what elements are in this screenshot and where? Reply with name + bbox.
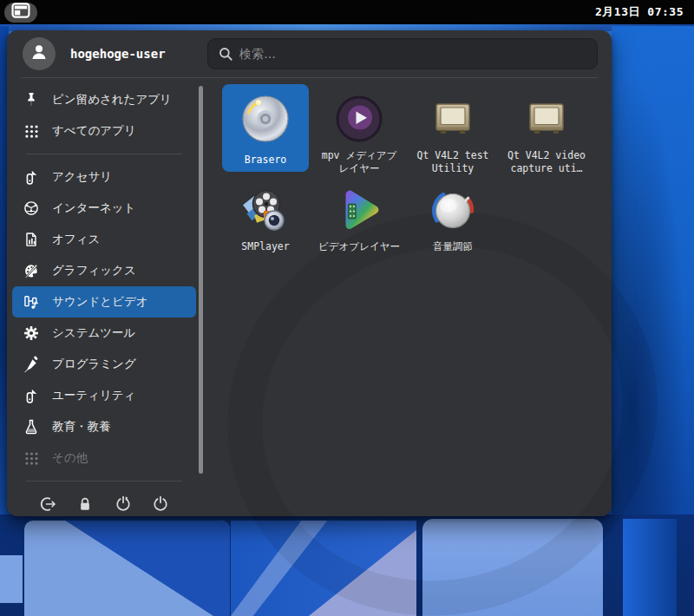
category-sidebar: ピン留めされたアプリ すべてのアプリ [7,84,200,528]
sidebar-item-label: プログラミング [52,357,136,372]
app-label: Brasero [223,154,308,167]
restart-icon [114,495,133,517]
sidebar-item-office[interactable]: オフィス [12,224,196,255]
sidebar-item-all-apps[interactable]: すべてのアプリ [12,115,196,147]
app-label: 音量調節 [410,240,495,253]
app-grid: Brasero mpv メディアプレイヤー [222,84,606,263]
logout-icon [38,495,57,517]
search-input[interactable] [207,38,598,69]
mpv-player-icon [331,91,387,147]
app-tile-brasero[interactable]: Brasero [222,84,309,172]
sidebar-item-label: ユーティリティ [52,388,135,403]
brasero-disc-icon [238,91,293,147]
app-tile-volume-control[interactable]: 音量調節 [409,175,496,263]
wallpaper-block [0,555,23,603]
smplayer-reel-icon [238,182,293,238]
app-grid-area: Brasero mpv メディアプレイヤー [200,84,612,528]
app-label: ビデオプレイヤー [317,240,402,253]
top-panel-bar: 2月13日 07:35 [0,0,694,24]
sidebar-item-label: ピン留めされたアプリ [52,92,172,108]
clock-date-time[interactable]: 2月13日 07:35 [595,4,684,20]
app-tile-qt-v4l2-capture[interactable]: Qt V4L2 video capture uti… [503,84,590,172]
sidebar-item-accessories[interactable]: アクセサリ [12,161,196,193]
app-label: Qt V4L2 video capture uti… [504,149,589,175]
sidebar-item-programming[interactable]: プログラミング [12,349,196,380]
session-actions-row [12,488,196,528]
person-icon [29,42,49,66]
office-document-icon [22,230,41,249]
qt-v4l2-tv-icon [519,91,574,147]
logout-button[interactable] [33,493,62,519]
sidebar-item-label: すべてのアプリ [52,123,136,139]
applications-menu-button[interactable] [4,3,37,23]
sidebar-item-label: その他 [52,450,88,466]
sidebar-item-label: 教育・教養 [52,419,111,435]
app-tile-smplayer[interactable]: SMPlayer [222,175,309,263]
user-name: hogehoge-user [70,47,207,61]
shutdown-icon [151,495,170,517]
sidebar-item-label: オフィス [52,232,100,247]
user-avatar[interactable] [23,37,56,70]
app-tile-video-player[interactable]: ビデオプレイヤー [316,175,403,263]
search-field-wrap [207,38,598,69]
accessories-knife-icon [22,167,41,187]
app-label: mpv メディアプレイヤー [317,149,402,175]
restart-button[interactable] [108,493,138,519]
development-pen-icon [22,355,41,374]
sidebar-item-graphics[interactable]: グラフィックス [12,255,196,286]
multimedia-film-note-icon [22,292,41,311]
shutdown-button[interactable] [146,493,175,519]
graphics-palette-icon [22,261,41,280]
wallpaper-block [24,521,230,616]
education-flask-icon [22,417,41,436]
wallpaper-block [231,521,416,616]
other-grid-icon [22,449,41,468]
lock-icon [76,495,94,516]
apps-grid-icon [22,121,41,141]
sidebar-divider [26,154,182,154]
window-layout-icon [11,3,30,22]
sidebar-item-internet[interactable]: インターネット [12,193,196,224]
sidebar-item-label: アクセサリ [52,169,112,185]
qt-v4l2-tv-icon [425,91,481,147]
wallpaper-block [422,519,603,616]
volume-knob-icon [425,182,481,238]
sidebar-item-label: グラフィックス [52,263,136,279]
application-menu-panel: hogehoge-user ピン留めされたアプリ [7,30,612,516]
app-tile-mpv[interactable]: mpv メディアプレイヤー [316,84,403,172]
pin-icon [22,90,41,109]
sidebar-item-system-tools[interactable]: システムツール [12,318,196,349]
menu-body: ピン留めされたアプリ すべてのアプリ [7,78,612,528]
utilities-knife-icon [22,386,41,405]
lock-button[interactable] [70,493,100,519]
sidebar-item-sound-and-video[interactable]: サウンドとビデオ [12,286,196,318]
sidebar-item-utilities[interactable]: ユーティリティ [12,380,196,411]
app-label: SMPlayer [223,240,308,253]
sidebar-divider [26,481,182,482]
video-player-triangle-icon [331,182,387,238]
sidebar-item-education[interactable]: 教育・教養 [12,411,196,442]
app-tile-qt-v4l2-test[interactable]: Qt V4L2 test Utility [409,84,496,172]
sidebar-item-label: サウンドとビデオ [52,294,148,310]
menu-header: hogehoge-user [7,30,612,77]
sidebar-item-other[interactable]: その他 [12,442,196,474]
sidebar-item-pinned[interactable]: ピン留めされたアプリ [12,84,196,115]
sidebar-item-label: システムツール [52,325,135,341]
system-gear-icon [22,324,41,343]
internet-globe-icon [22,199,41,218]
wallpaper-block [623,519,677,616]
app-label: Qt V4L2 test Utility [410,149,495,175]
sidebar-item-label: インターネット [52,200,135,216]
